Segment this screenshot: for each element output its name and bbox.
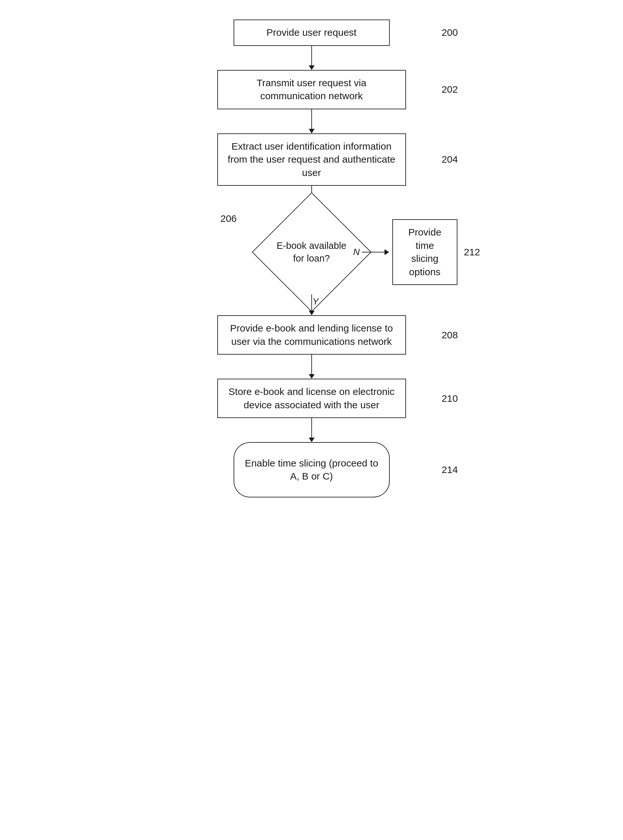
n-branch: N Provide time slicing options 212 (353, 219, 457, 285)
step-204-label: Extract user identification information … (226, 140, 397, 179)
step-200-row: Provide user request 200 (198, 20, 425, 46)
y-arrow-wrapper: Y (309, 294, 315, 315)
step-202-box: Transmit user request via communication … (217, 70, 406, 109)
step-206-number: 206 (221, 213, 237, 224)
step-214-box: Enable time slicing (proceed to A, B or … (233, 442, 390, 497)
step-202-number: 202 (442, 84, 458, 95)
step-206-row: E-book available for loan? 206 N Provide… (269, 210, 354, 294)
step-202-label: Transmit user request via communication … (226, 77, 397, 103)
step-208-box: Provide e-book and lending license to us… (217, 315, 406, 355)
step-208-row: Provide e-book and lending license to us… (198, 315, 425, 355)
step-214-number: 214 (442, 464, 458, 475)
step-210-label: Store e-book and license on electronic d… (226, 385, 397, 412)
step-200-number: 200 (442, 27, 458, 38)
step-200-box: Provide user request (233, 20, 390, 46)
step-212-wrapper: Provide time slicing options 212 (392, 219, 457, 285)
step-206-section: E-book available for loan? 206 N Provide… (165, 210, 458, 315)
step-210-box: Store e-book and license on electronic d… (217, 379, 406, 418)
step-204-box: Extract user identification information … (217, 133, 406, 186)
step-212-number: 212 (464, 247, 480, 258)
flowchart: Provide user request 200 Transmit user r… (165, 20, 458, 497)
step-204-row: Extract user identification information … (198, 133, 425, 186)
arrow-202-204 (309, 109, 315, 133)
step-208-number: 208 (442, 330, 458, 340)
step-202-row: Transmit user request via communication … (198, 70, 425, 109)
step-204-number: 204 (442, 154, 458, 165)
step-210-number: 210 (442, 393, 458, 404)
step-206-diamond-wrapper: E-book available for loan? (269, 210, 354, 294)
step-212-box: Provide time slicing options (392, 219, 457, 285)
step-208-label: Provide e-book and lending license to us… (226, 322, 397, 348)
arrow-210-214 (309, 418, 315, 442)
n-label: N (353, 247, 360, 258)
step-214-label: Enable time slicing (proceed to A, B or … (242, 457, 381, 483)
arrow-n (362, 249, 389, 255)
step-214-row: Enable time slicing (proceed to A, B or … (198, 442, 425, 497)
y-label: Y (313, 296, 319, 307)
step-212-label: Provide time slicing options (401, 226, 449, 279)
step-200-label: Provide user request (267, 26, 356, 39)
arrow-208-210 (309, 355, 315, 379)
step-210-row: Store e-book and license on electronic d… (198, 379, 425, 418)
arrow-200-202 (309, 46, 315, 70)
